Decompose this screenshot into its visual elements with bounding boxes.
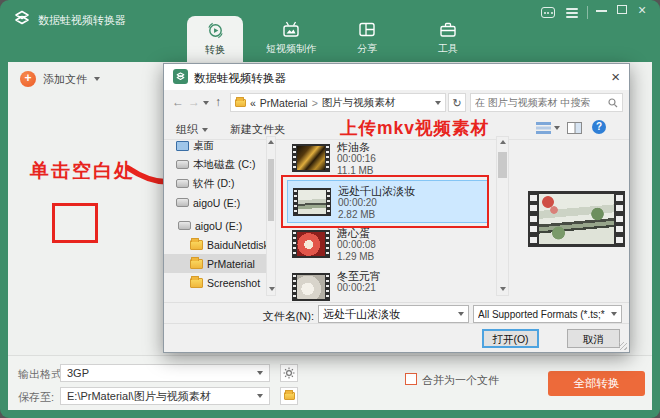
annotation-selected-file-box [281, 175, 489, 228]
minimize-button[interactable] [596, 4, 607, 12]
tab-short-video[interactable]: 短视频制作 [258, 20, 324, 56]
dialog-close-icon[interactable]: × [611, 68, 620, 85]
save-to-label: 保存至: [18, 390, 54, 405]
scrollbar-thumb[interactable] [268, 159, 274, 221]
view-options-chevron-icon[interactable] [554, 126, 560, 130]
sidebar-item-label: 软件 (D:) [193, 177, 234, 191]
tv-icon [281, 20, 301, 39]
folder-icon [235, 99, 246, 107]
video-thumbnail [292, 273, 330, 301]
sidebar-item-screenshot[interactable]: Screenshot [164, 273, 276, 292]
nav-history-chevron-icon[interactable] [203, 101, 209, 105]
convert-all-button[interactable]: 全部转换 [548, 371, 645, 396]
format-filter-value: All Supported Formats (*.ts;* [478, 309, 611, 320]
merge-checkbox[interactable] [405, 373, 417, 385]
sidebar-item-desktop[interactable]: 桌面 [164, 136, 276, 155]
scrollbar-thumb[interactable] [498, 152, 507, 178]
bottom-bar: 输出格式: 3GP 保存至: E:\PrMaterial\图片与视频素材 合并为… [8, 355, 652, 410]
nav-forward-icon[interactable]: → [188, 95, 200, 109]
file-row[interactable]: 冬至元宵 00:00:21 [287, 266, 489, 302]
footer-divider [164, 302, 629, 303]
filename-label: 文件名(N): [256, 309, 314, 324]
tab-share[interactable]: 分享 [340, 20, 394, 56]
search-box[interactable] [470, 93, 623, 112]
dialog-app-icon [173, 69, 188, 84]
add-file-button[interactable]: + 添加文件 [20, 71, 100, 87]
tab-tools[interactable]: 工具 [421, 20, 475, 56]
sidebar-scrollbar[interactable] [266, 136, 276, 296]
sidebar-item-label: aigoU (E:) [195, 220, 242, 232]
sidebar-item-baidunetdisk[interactable]: BaiduNetdisk [164, 235, 276, 254]
sidebar-item-disk-e[interactable]: aigoU (E:) [164, 193, 276, 212]
file-duration: 00:00:08 [337, 239, 376, 250]
breadcrumb-part2[interactable]: 图片与视频素材 [322, 96, 396, 110]
chevron-down-icon[interactable] [435, 101, 441, 105]
output-format-select[interactable]: 3GP [60, 364, 270, 382]
share-layout-icon [357, 20, 377, 39]
tab-convert[interactable]: 转换 [187, 16, 243, 62]
app-window: 数据蛙视频转换器 转换 短视频制作 分享 工具 [0, 0, 660, 418]
chevron-down-icon[interactable] [458, 312, 464, 316]
close-button[interactable]: × [638, 3, 646, 17]
refresh-icon[interactable]: ↻ [448, 93, 466, 112]
folder-icon [284, 392, 295, 400]
filename-input[interactable] [323, 308, 458, 320]
chevron-down-icon[interactable] [94, 77, 100, 81]
search-input[interactable] [475, 97, 608, 108]
nav-back-icon[interactable]: ← [172, 95, 184, 109]
feedback-icon[interactable] [541, 7, 555, 18]
file-row[interactable]: 炸油条 00:00:16 11.1 MB [287, 137, 489, 180]
new-folder-button[interactable]: 新建文件夹 [230, 122, 285, 137]
scroll-down-icon[interactable] [269, 287, 275, 291]
annotation-upload: 上传mkv视频素材 [340, 116, 489, 140]
cancel-button[interactable]: 取消 [567, 329, 620, 348]
file-duration: 00:00:21 [337, 282, 376, 293]
file-size: 1.29 MB [337, 251, 374, 262]
format-settings-button[interactable] [280, 364, 298, 382]
breadcrumb-separator: > [312, 97, 318, 109]
sidebar-item-label: BaiduNetdisk [207, 239, 269, 251]
merge-checkbox-label[interactable]: 合并为一个文件 [422, 373, 499, 388]
filename-combobox[interactable] [318, 305, 469, 323]
drive-icon [178, 221, 191, 230]
breadcrumb-collapse[interactable]: « [250, 97, 256, 109]
nav-up-icon[interactable]: ↑ [215, 95, 221, 109]
annotation-click-blank: 单击空白处 [30, 158, 135, 184]
convert-icon [206, 21, 225, 40]
scroll-up-icon[interactable] [500, 140, 506, 144]
tab-tools-label: 工具 [438, 43, 458, 54]
sidebar-item-label: PrMaterial [207, 258, 255, 270]
sidebar-item-disk-e-expanded[interactable]: aigoU (E:) [164, 216, 276, 235]
output-format-value: 3GP [67, 367, 89, 379]
drive-icon [176, 198, 189, 207]
format-filter-select[interactable]: All Supported Formats (*.ts;* [473, 305, 622, 323]
sidebar-item-label: 桌面 [193, 139, 214, 153]
open-button[interactable]: 打开(O) [482, 329, 539, 348]
scroll-up-icon[interactable] [268, 140, 274, 144]
save-to-select[interactable]: E:\PrMaterial\图片与视频素材 [60, 387, 270, 405]
drive-icon [176, 179, 189, 188]
help-icon[interactable]: ? [592, 120, 606, 134]
tab-short-video-label: 短视频制作 [266, 43, 316, 54]
plus-icon: + [20, 71, 36, 87]
add-file-label: 添加文件 [43, 72, 87, 87]
chevron-down-icon [257, 371, 263, 375]
maximize-button[interactable] [617, 5, 627, 14]
sidebar-item-disk-c[interactable]: 本地磁盘 (C:) [164, 155, 276, 174]
menu-icon[interactable] [566, 6, 578, 20]
open-folder-button[interactable] [280, 387, 298, 405]
drive-icon [176, 160, 189, 169]
preview-pane-icon[interactable] [567, 122, 582, 134]
tab-convert-label: 转换 [205, 44, 225, 55]
file-list-scrollbar[interactable] [496, 136, 509, 296]
sidebar-item-prmaterial[interactable]: PrMaterial [164, 254, 276, 273]
address-bar[interactable]: « PrMaterial > 图片与视频素材 [230, 93, 446, 112]
breadcrumb-part1[interactable]: PrMaterial [260, 97, 308, 109]
file-row[interactable]: 溏心蛋 00:00:08 1.29 MB [287, 223, 489, 266]
folder-icon [190, 240, 203, 250]
sidebar-item-disk-d[interactable]: 软件 (D:) [164, 174, 276, 193]
resize-grip[interactable] [619, 342, 627, 350]
scroll-down-icon[interactable] [500, 287, 506, 291]
organize-menu[interactable]: 组织 [176, 122, 208, 137]
view-options-icon[interactable] [536, 122, 551, 134]
